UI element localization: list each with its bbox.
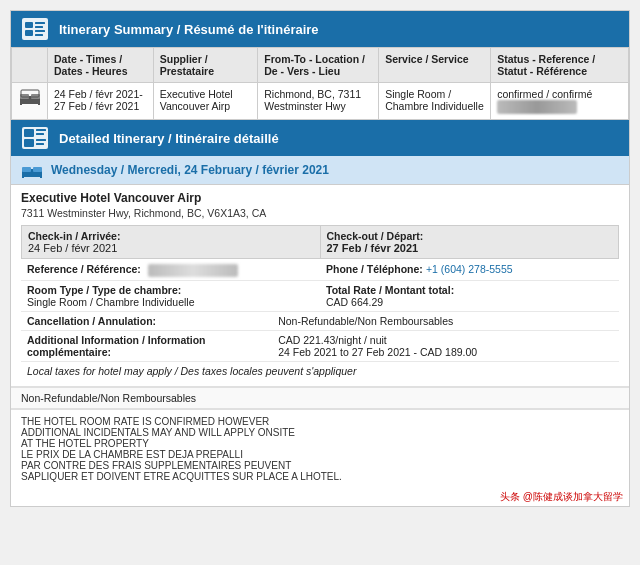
additional-label: Additional Information / Information com…	[27, 334, 206, 358]
bed-icon	[19, 88, 41, 106]
cancellation-row: Cancellation / Annulation: Non-Refundabl…	[21, 312, 619, 331]
detail-icon	[21, 126, 49, 150]
ref-phone-row: Reference / Référence: Phone / Téléphone…	[21, 260, 619, 281]
cancellation-footer-block: Non-Refundable/Non Remboursables	[11, 387, 629, 409]
total-rate-label: Total Rate / Montant total:	[326, 284, 454, 296]
cancellation-label-block: Cancellation / Annulation:	[21, 312, 272, 330]
cancellation-value: Non-Refundable/Non Remboursables	[278, 315, 453, 327]
svg-rect-2	[25, 30, 33, 36]
col-supplier: Supplier / Prestataire	[153, 48, 258, 83]
col-status: Status - Reference / Statut - Référence	[491, 48, 629, 83]
note-4: LE PRIX DE LA CHAMBRE EST DEJA PREPALLI	[21, 449, 619, 460]
summary-status: confirmed / confirmé	[491, 83, 629, 120]
page-wrapper: Itinerary Summary / Résumé de l'itinérai…	[10, 10, 630, 507]
phone-value: +1 (604) 278-5555	[426, 263, 513, 275]
svg-rect-24	[40, 175, 42, 178]
room-type-value: Single Room / Chambre Individuelle	[27, 296, 195, 308]
header-title: Itinerary Summary / Résumé de l'itinérai…	[59, 22, 319, 37]
notes-block: THE HOTEL ROOM RATE IS CONFIRMED HOWEVER…	[11, 409, 629, 488]
hotel-address: 7311 Westminster Hwy, Richmond, BC, V6X1…	[21, 207, 619, 219]
note-5: PAR CONTRE DES FRAIS SUPPLEMENTAIRES PEU…	[21, 460, 619, 471]
summary-service: Single Room / Chambre Individuelle	[379, 83, 491, 120]
reference-label: Reference / Référence:	[27, 263, 141, 275]
svg-rect-0	[22, 18, 48, 40]
room-rate-row: Room Type / Type de chambre: Single Room…	[21, 281, 619, 312]
note-3: AT THE HOTEL PROPERTY	[21, 438, 619, 449]
checkout-value: 27 Feb / févr 2021	[327, 242, 613, 254]
svg-rect-22	[33, 167, 42, 172]
summary-supplier: Executive Hotel Vancouver Airp	[153, 83, 258, 120]
summary-location: Richmond, BC, 7311 Westminster Hwy	[258, 83, 379, 120]
checkin-row: Check-in / Arrivée: 24 Feb / févr 2021 C…	[21, 225, 619, 259]
additional-value2: 24 Feb 2021 to 27 Feb 2021 - CAD 189.00	[278, 346, 613, 358]
additional-label-block: Additional Information / Information com…	[21, 331, 272, 361]
svg-rect-10	[20, 102, 22, 105]
summary-dates: 24 Feb / févr 2021- 27 Feb / févr 2021	[48, 83, 154, 120]
svg-rect-6	[35, 34, 43, 36]
svg-rect-11	[38, 102, 40, 105]
svg-rect-1	[25, 22, 33, 28]
note-2: ADDITIONAL INCIDENTALS MAY AND WILL APPL…	[21, 427, 619, 438]
note-1: THE HOTEL ROOM RATE IS CONFIRMED HOWEVER	[21, 416, 619, 427]
hotel-name: Executive Hotel Vancouver Airp	[21, 191, 619, 205]
checkout-cell: Check-out / Départ: 27 Feb / févr 2021	[321, 226, 619, 258]
cancellation-footer-text: Non-Refundable/Non Remboursables	[21, 392, 196, 404]
additional-value-block: CAD 221.43/night / nuit 24 Feb 2021 to 2…	[272, 331, 619, 361]
status-reference-blurred	[497, 100, 577, 114]
phone-block: Phone / Téléphone: +1 (604) 278-5555	[320, 260, 619, 280]
day-header-text: Wednesday / Mercredi, 24 February / févr…	[51, 163, 329, 177]
additional-value1: CAD 221.43/night / nuit	[278, 334, 613, 346]
cancellation-value-block: Non-Refundable/Non Remboursables	[272, 312, 619, 330]
checkin-cell: Check-in / Arrivée: 24 Feb / févr 2021	[22, 226, 321, 258]
col-dates: Date - Times / Dates - Heures	[48, 48, 154, 83]
watermark: 头条 @陈健成谈加拿大留学	[11, 488, 629, 506]
room-type-block: Room Type / Type de chambre: Single Room…	[21, 281, 320, 311]
svg-rect-17	[36, 133, 44, 135]
col-location: From-To - Location / De - Vers - Lieu	[258, 48, 379, 83]
svg-rect-14	[24, 129, 34, 137]
svg-rect-3	[35, 22, 45, 24]
svg-rect-4	[35, 26, 43, 28]
total-rate-block: Total Rate / Montant total: CAD 664.29	[320, 281, 619, 311]
svg-rect-23	[22, 175, 24, 178]
detailed-section-bar: Detailed Itinerary / Itinéraire détaillé	[11, 120, 629, 156]
additional-row: Additional Information / Information com…	[21, 331, 619, 362]
detailed-section-title: Detailed Itinerary / Itinéraire détaillé	[59, 131, 279, 146]
svg-rect-18	[36, 139, 46, 141]
local-taxes: Local taxes for hotel may apply / Des ta…	[21, 362, 619, 380]
itinerary-icon	[21, 17, 49, 41]
cancellation-label: Cancellation / Annulation:	[27, 315, 156, 327]
header-bar: Itinerary Summary / Résumé de l'itinérai…	[11, 11, 629, 47]
day-header: Wednesday / Mercredi, 24 February / févr…	[11, 156, 629, 185]
day-bed-icon	[21, 161, 43, 179]
phone-label: Phone / Téléphone:	[326, 263, 423, 275]
svg-rect-15	[24, 139, 34, 147]
svg-rect-19	[36, 143, 44, 145]
svg-rect-5	[35, 30, 45, 32]
reference-block: Reference / Référence:	[21, 260, 320, 280]
checkin-value: 24 Feb / févr 2021	[28, 242, 314, 254]
checkin-label: Check-in / Arrivée:	[28, 230, 314, 242]
summary-table: Date - Times / Dates - Heures Supplier /…	[11, 47, 629, 120]
checkout-label: Check-out / Départ:	[327, 230, 613, 242]
reference-value-blurred	[148, 264, 238, 277]
svg-rect-16	[36, 129, 46, 131]
room-type-label: Room Type / Type de chambre:	[27, 284, 181, 296]
total-rate-value: CAD 664.29	[326, 296, 383, 308]
summary-row: 24 Feb / févr 2021- 27 Feb / févr 2021 E…	[12, 83, 629, 120]
note-6: SAPLIQUER ET DOIVENT ETRE ACQUITTES SUR …	[21, 471, 619, 482]
hotel-detail-block: Executive Hotel Vancouver Airp 7311 West…	[11, 185, 629, 387]
svg-rect-21	[22, 167, 31, 172]
col-service: Service / Service	[379, 48, 491, 83]
bed-icon-cell	[12, 83, 48, 120]
